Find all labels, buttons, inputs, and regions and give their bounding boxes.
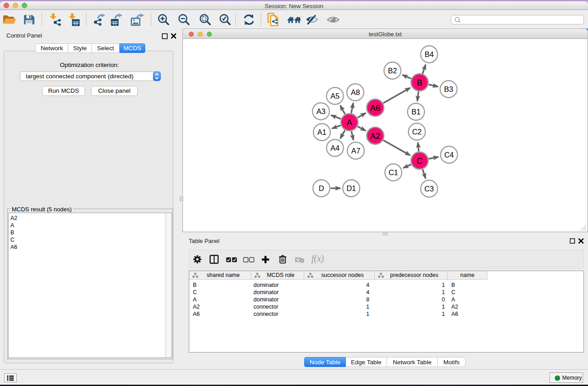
svg-text:B4: B4 xyxy=(425,50,434,58)
svg-text:C2: C2 xyxy=(412,128,421,136)
svg-text:B3: B3 xyxy=(444,85,453,93)
svg-text:B: B xyxy=(417,78,422,87)
svg-text:A: A xyxy=(347,118,353,127)
svg-text:C4: C4 xyxy=(444,151,454,159)
svg-text:A4: A4 xyxy=(330,144,339,152)
svg-text:D: D xyxy=(319,184,324,192)
svg-text:C: C xyxy=(416,156,422,166)
svg-text:A6: A6 xyxy=(370,103,381,113)
svg-text:A7: A7 xyxy=(351,147,360,155)
svg-text:C1: C1 xyxy=(388,168,398,176)
svg-text:A8: A8 xyxy=(351,88,360,96)
svg-text:B2: B2 xyxy=(388,67,397,75)
svg-text:A1: A1 xyxy=(317,128,326,136)
svg-text:D1: D1 xyxy=(346,184,356,192)
svg-text:A3: A3 xyxy=(316,107,325,115)
svg-text:A2: A2 xyxy=(370,131,381,141)
svg-text:C3: C3 xyxy=(424,185,434,193)
svg-text:B1: B1 xyxy=(411,108,421,116)
svg-text:A5: A5 xyxy=(330,92,339,100)
